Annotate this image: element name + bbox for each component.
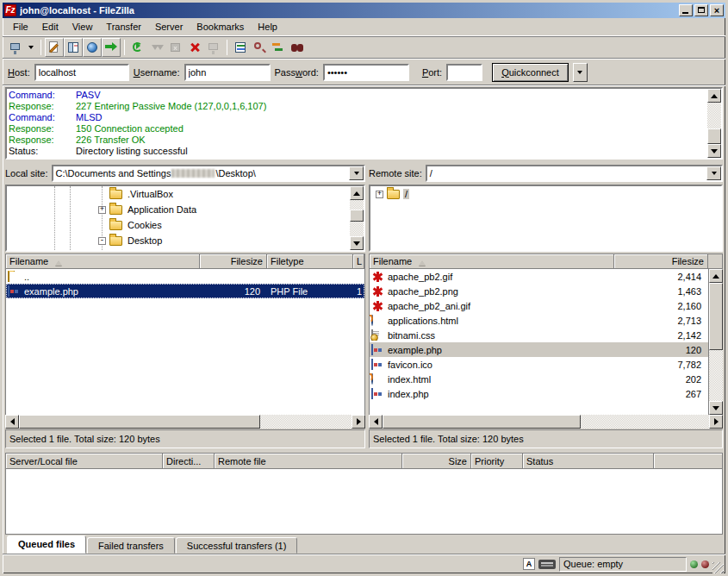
scroll-up-button[interactable] [707,89,721,103]
disconnect-button[interactable] [185,38,204,57]
tab-successful-transfers[interactable]: Successful transfers (1) [176,537,298,554]
scroll-left-button[interactable] [369,415,383,429]
title-bar: Fz john@localhost - FileZilla × [3,3,725,18]
tab-failed-transfers[interactable]: Failed transfers [87,537,175,554]
file-row[interactable]: index.html202 [370,372,708,386]
remote-tree-icon [85,41,99,54]
minimize-icon [682,12,688,14]
file-row[interactable]: index.php267 [370,386,708,401]
arrow-up-icon [712,271,719,279]
tree-expander[interactable]: - [98,237,106,245]
column-header-filetype[interactable]: Filetype [267,254,353,268]
remote-site-dropdown-button[interactable] [706,166,721,180]
site-manager-button[interactable] [6,38,25,57]
file-row-example-php[interactable]: example.php 120 PHP File 1 [6,284,364,298]
menu-file[interactable]: File [6,19,35,34]
file-row[interactable]: applications.html2,713 [370,313,708,328]
toggle-message-log-button[interactable] [45,38,64,57]
minimize-button[interactable] [679,4,693,16]
directory-comparison-button[interactable] [250,38,269,57]
scroll-right-button[interactable] [352,415,365,429]
column-header-lastmodified[interactable]: L [353,254,364,268]
menu-edit[interactable]: Edit [35,19,65,34]
password-input[interactable] [323,64,409,81]
file-row-selected[interactable]: example.php120 [370,342,708,357]
toggle-queue-button[interactable] [102,38,121,57]
quickconnect-dropdown-button[interactable] [573,63,588,82]
file-row[interactable]: apache_pb2.gif2,414 [370,269,708,284]
scroll-down-button[interactable] [709,401,723,415]
remote-site-combo[interactable]: / [426,165,723,182]
column-header-filename[interactable]: Filename [370,254,614,268]
file-row-parent-dir[interactable]: .. [6,269,364,284]
file-row[interactable]: bitnami.css2,142 [370,328,708,342]
remote-horizontal-scrollbar[interactable] [369,415,723,429]
site-manager-dropdown-button[interactable] [25,38,37,57]
reconnect-button[interactable] [204,38,223,57]
tree-item-application-data[interactable]: + Application Data [7,202,350,217]
column-header-remote-file[interactable]: Remote file [215,454,402,468]
column-header-filesize[interactable]: Filesize [614,254,708,268]
menu-help[interactable]: Help [251,19,284,34]
username-input[interactable] [184,64,271,81]
file-row[interactable]: apache_pb2.png1,463 [370,284,708,298]
local-horizontal-scrollbar[interactable] [5,415,365,429]
local-tree-scrollbar[interactable] [350,186,364,250]
toggle-remote-tree-button[interactable] [83,38,102,57]
chevron-down-icon [354,172,359,178]
scroll-down-button[interactable] [707,144,721,158]
scrollbar-thumb[interactable] [709,283,723,350]
toggle-local-tree-button[interactable] [64,38,83,57]
scroll-left-button[interactable] [5,415,19,429]
column-header-priority[interactable]: Priority [471,454,523,468]
tree-item-cookies[interactable]: Cookies [7,217,350,233]
file-row[interactable]: favicon.ico7,782 [370,357,708,372]
column-header-server-local-file[interactable]: Server/Local file [6,454,163,468]
menu-view[interactable]: View [65,19,100,34]
tree-expander[interactable]: + [376,191,383,198]
local-path: C:\Documents and Settings\Desktop\ [53,168,349,178]
local-site-dropdown-button[interactable] [349,166,364,180]
scroll-right-button[interactable] [709,415,723,429]
toolbar-separator [227,40,227,55]
speed-limit-icon[interactable] [538,560,556,569]
refresh-button[interactable] [128,38,147,57]
scroll-up-button[interactable] [709,269,723,283]
remote-list-scrollbar[interactable] [709,269,723,415]
menu-transfer[interactable]: Transfer [99,19,148,34]
resize-grip[interactable] [712,562,724,573]
column-header-status[interactable]: Status [523,454,654,468]
column-header-filename[interactable]: Filename [6,254,200,268]
find-files-button[interactable] [288,38,307,57]
tree-item-virtualbox[interactable]: .VirtualBox [7,186,350,202]
tree-item-root[interactable]: + / [370,186,721,202]
port-input[interactable] [446,64,482,81]
column-header-filesize[interactable]: Filesize [200,254,267,268]
host-input[interactable] [34,64,129,81]
maximize-button[interactable] [694,4,708,16]
quickconnect-button[interactable]: Quickconnect [492,63,569,82]
scrollbar-thumb[interactable] [707,128,721,144]
scroll-up-button[interactable] [350,186,364,200]
file-row[interactable]: apache_pb2_ani.gif2,160 [370,298,708,313]
log-scrollbar[interactable] [707,89,721,158]
column-header-size[interactable]: Size [402,454,471,468]
scrollbar-thumb[interactable] [350,210,364,222]
scrollbar-thumb[interactable] [383,415,581,429]
local-site-combo[interactable]: C:\Documents and Settings\Desktop\ [52,165,365,182]
menu-bookmarks[interactable]: Bookmarks [190,19,251,34]
scroll-down-button[interactable] [350,236,364,250]
tab-queued-files[interactable]: Queued files [7,535,86,554]
compare-icon [252,41,266,54]
tree-expander[interactable]: + [98,206,106,214]
arrow-down-icon [711,149,718,157]
tree-item-desktop[interactable]: - Desktop [7,233,350,248]
synchronized-browsing-button[interactable] [269,38,288,57]
column-header-direction[interactable]: Directi... [163,454,215,468]
scrollbar-thumb[interactable] [19,415,260,429]
directory-filters-button[interactable] [231,38,250,57]
process-queue-button[interactable] [147,38,166,57]
cancel-operation-button[interactable]: x [166,38,185,57]
close-button[interactable]: × [710,4,724,16]
menu-server[interactable]: Server [148,19,190,34]
